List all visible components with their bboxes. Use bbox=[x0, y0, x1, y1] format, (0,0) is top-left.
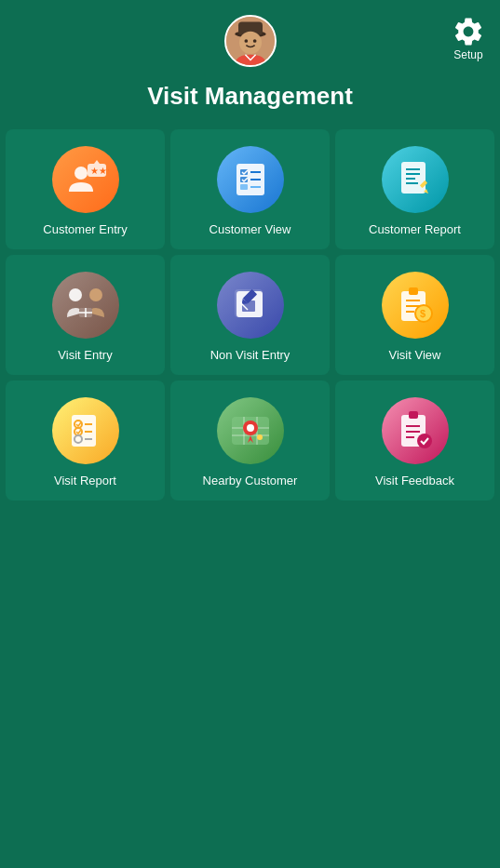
visit-feedback-label: Visit Feedback bbox=[375, 474, 454, 487]
gear-icon bbox=[452, 15, 485, 48]
svg-point-24 bbox=[89, 288, 102, 301]
svg-point-6 bbox=[74, 167, 88, 180]
avatar bbox=[224, 15, 277, 67]
svg-rect-35 bbox=[409, 287, 418, 295]
visit-entry-icon bbox=[52, 272, 119, 339]
svg-point-55 bbox=[257, 434, 263, 440]
visit-view-label: Visit View bbox=[389, 348, 441, 362]
visit-feedback-button[interactable]: Visit Feedback bbox=[335, 381, 494, 501]
visit-feedback-icon bbox=[382, 397, 449, 464]
visit-report-button[interactable]: Visit Report bbox=[6, 381, 165, 501]
customer-view-button[interactable]: Customer View bbox=[170, 129, 330, 249]
setup-button[interactable]: Setup bbox=[452, 15, 485, 61]
svg-point-3 bbox=[238, 32, 261, 54]
visit-report-label: Visit Report bbox=[54, 474, 116, 487]
nearby-customer-button[interactable]: Nearby Customer bbox=[170, 381, 330, 501]
visit-entry-label: Visit Entry bbox=[58, 348, 112, 362]
menu-grid: ★★★ Customer Entry Customer View bbox=[0, 129, 500, 501]
customer-entry-button[interactable]: ★★★ Customer Entry bbox=[6, 129, 165, 249]
customer-report-icon bbox=[382, 146, 449, 213]
visit-view-icon: $ bbox=[382, 272, 449, 339]
svg-marker-8 bbox=[94, 160, 100, 164]
svg-point-23 bbox=[69, 288, 82, 301]
customer-report-button[interactable]: Customer Report bbox=[335, 129, 494, 249]
visit-view-button[interactable]: $ Visit View bbox=[335, 255, 494, 375]
svg-rect-57 bbox=[409, 411, 418, 419]
non-visit-entry-button[interactable]: Non Visit Entry bbox=[170, 255, 330, 375]
nearby-customer-label: Nearby Customer bbox=[203, 474, 298, 487]
non-visit-entry-icon bbox=[217, 272, 284, 339]
svg-point-5 bbox=[252, 39, 256, 43]
page-title: Visit Management bbox=[147, 82, 353, 111]
setup-label: Setup bbox=[453, 48, 482, 61]
svg-point-4 bbox=[244, 39, 248, 43]
svg-point-54 bbox=[247, 424, 254, 432]
nearby-customer-icon bbox=[217, 397, 284, 464]
customer-view-icon bbox=[217, 146, 284, 213]
visit-report-icon bbox=[52, 397, 119, 464]
non-visit-entry-label: Non Visit Entry bbox=[210, 348, 291, 362]
customer-view-label: Customer View bbox=[209, 222, 291, 236]
customer-report-label: Customer Report bbox=[369, 222, 461, 236]
customer-entry-icon: ★★★ bbox=[52, 146, 119, 213]
svg-text:★★★: ★★★ bbox=[90, 166, 109, 176]
svg-rect-15 bbox=[240, 184, 248, 190]
customer-entry-label: Customer Entry bbox=[43, 222, 127, 236]
header: Setup bbox=[0, 0, 500, 74]
visit-entry-button[interactable]: Visit Entry bbox=[6, 255, 165, 375]
svg-text:$: $ bbox=[420, 308, 426, 319]
svg-point-61 bbox=[417, 434, 432, 448]
